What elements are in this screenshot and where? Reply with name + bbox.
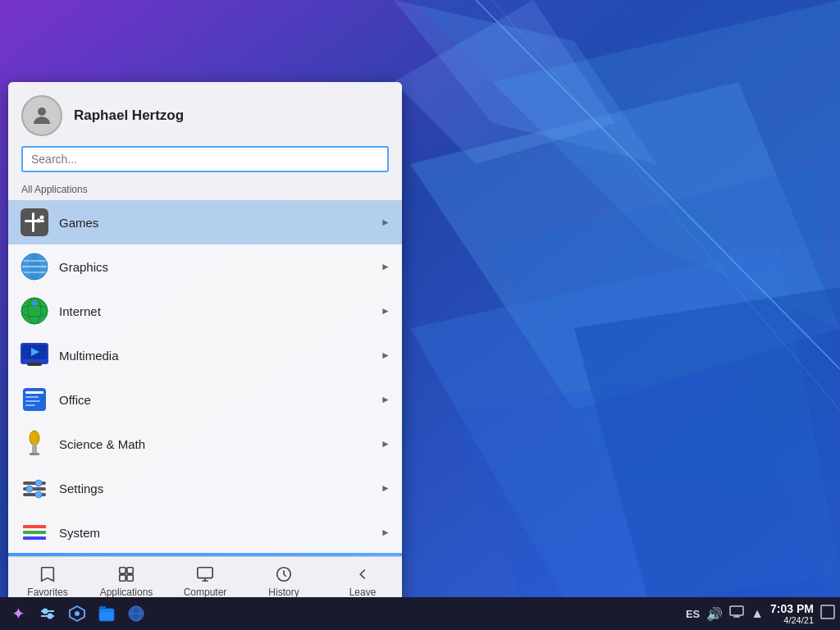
all-apps-label: All Applications (8, 180, 402, 200)
svg-point-73 (75, 611, 80, 616)
menu-item-scimath[interactable]: Science & Math ► (8, 422, 402, 466)
system-tray: ES 🔊 ▲ 7:03 PM 4/24/21 (686, 602, 835, 625)
svg-rect-36 (25, 400, 40, 402)
svg-rect-62 (120, 575, 126, 581)
scimath-label: Science & Math (59, 437, 381, 451)
svg-point-46 (35, 491, 42, 498)
nav-leave-label: Leave (349, 587, 377, 598)
svg-point-44 (35, 480, 42, 486)
svg-point-12 (38, 107, 46, 116)
office-icon (20, 385, 49, 414)
multimedia-label: Multimedia (59, 349, 381, 363)
clock-icon (275, 565, 293, 583)
clock[interactable]: 7:03 PM 4/24/21 (770, 602, 814, 625)
system-icon (20, 518, 49, 547)
system-label: System (59, 526, 381, 540)
graphics-icon (20, 252, 49, 281)
taskbar-plasmoid[interactable] (64, 600, 90, 627)
svg-rect-34 (25, 391, 43, 394)
search-input[interactable] (21, 146, 389, 172)
nav-history-label: History (268, 587, 299, 598)
grid-icon (117, 565, 135, 583)
scimath-icon (20, 429, 49, 459)
graphics-label: Graphics (59, 260, 381, 274)
tray-arrow[interactable]: ▲ (751, 606, 764, 621)
leave-icon (354, 565, 372, 583)
settings-icon (20, 473, 49, 503)
menu-item-graphics[interactable]: Graphics ► (8, 244, 402, 289)
svg-rect-63 (127, 575, 133, 581)
taskbar: ✦ (0, 597, 840, 630)
internet-arrow: ► (381, 305, 390, 317)
svg-point-71 (48, 614, 52, 619)
menu-item-multimedia[interactable]: Multimedia ► (8, 333, 402, 377)
svg-rect-82 (821, 605, 834, 619)
games-label: Games (59, 216, 381, 230)
system-arrow: ► (381, 527, 390, 538)
svg-rect-74 (99, 609, 114, 621)
svg-point-38 (30, 431, 39, 445)
svg-rect-32 (27, 363, 42, 366)
svg-point-17 (37, 219, 41, 223)
menu-item-settings[interactable]: Settings ► (8, 466, 402, 510)
games-arrow: ► (381, 217, 390, 228)
scimath-arrow: ► (381, 438, 390, 450)
svg-rect-37 (25, 404, 35, 406)
svg-rect-35 (25, 396, 39, 398)
svg-rect-40 (30, 453, 39, 455)
multimedia-arrow: ► (381, 349, 390, 361)
taskbar-network[interactable] (123, 600, 149, 627)
multimedia-icon (20, 340, 49, 370)
taskbar-kicker[interactable]: ✦ (5, 600, 31, 627)
menu-list: Games ► Graphics ► (8, 200, 402, 553)
username: Raphael Hertzog (74, 107, 184, 124)
svg-rect-61 (127, 568, 133, 573)
clock-time: 7:03 PM (770, 602, 814, 615)
svg-point-70 (43, 609, 48, 614)
menu-item-system[interactable]: System ► (8, 510, 402, 553)
office-label: Office (59, 393, 381, 407)
settings-arrow: ► (381, 482, 390, 494)
svg-rect-79 (730, 606, 743, 615)
svg-rect-48 (23, 531, 46, 534)
taskbar-mixer[interactable] (34, 600, 61, 627)
bookmark-icon (39, 565, 57, 583)
volume-icon[interactable]: 🔊 (706, 606, 723, 622)
internet-label: Internet (59, 304, 381, 318)
nav-computer-label: Computer (184, 587, 227, 598)
desktop: Raphael Hertzog All Applications (0, 0, 840, 630)
svg-rect-49 (23, 536, 46, 540)
user-section: Raphael Hertzog (8, 82, 402, 146)
search-container (8, 146, 402, 180)
svg-point-16 (40, 216, 44, 220)
avatar (21, 95, 62, 136)
svg-point-45 (26, 486, 33, 492)
svg-point-28 (32, 301, 37, 306)
start-menu: Raphael Hertzog All Applications (8, 82, 402, 605)
menu-item-games[interactable]: Games ► (8, 200, 402, 244)
svg-rect-64 (198, 568, 212, 578)
clock-date: 4/24/21 (770, 615, 814, 625)
svg-rect-60 (120, 568, 126, 573)
monitor-icon (196, 565, 214, 583)
svg-rect-41 (23, 482, 46, 485)
settings-label: Settings (59, 482, 381, 495)
svg-rect-47 (23, 525, 46, 528)
nav-applications-label: Applications (100, 587, 153, 598)
locale-indicator: ES (686, 608, 700, 620)
power-icon[interactable] (820, 605, 835, 623)
menu-item-internet[interactable]: Internet ► (8, 289, 402, 333)
svg-rect-75 (99, 606, 106, 609)
svg-rect-43 (23, 493, 46, 496)
menu-item-office[interactable]: Office ► (8, 377, 402, 422)
games-icon (20, 208, 49, 237)
nav-favorites-label: Favorites (27, 587, 67, 598)
svg-rect-15 (32, 212, 34, 232)
taskbar-files[interactable] (94, 600, 120, 627)
internet-icon (20, 296, 49, 326)
graphics-arrow: ► (381, 261, 390, 272)
display-icon[interactable] (729, 605, 744, 623)
office-arrow: ► (381, 394, 390, 405)
